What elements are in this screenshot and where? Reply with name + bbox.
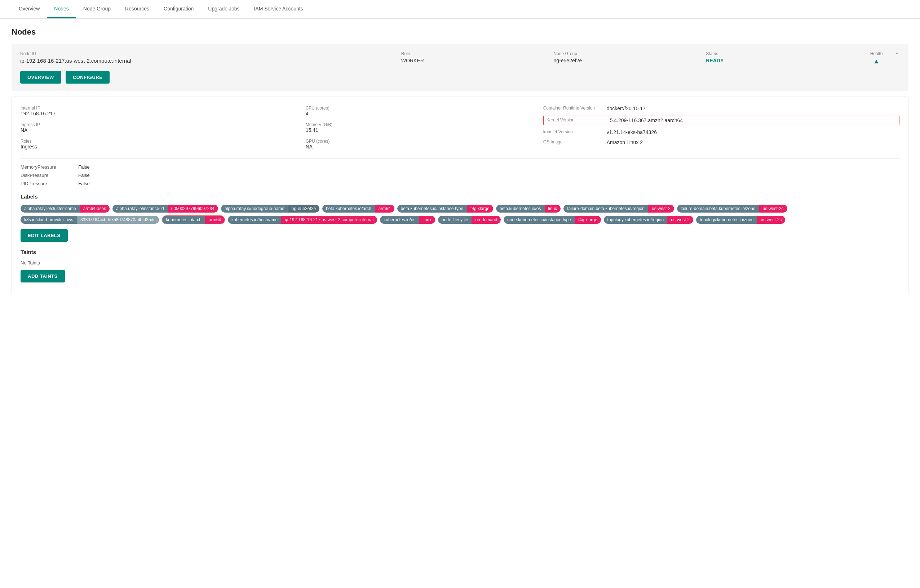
health-icon: ▲ <box>858 58 894 65</box>
os-image-row: OS Image Amazon Linux 2 <box>543 139 899 145</box>
list-item: kubernetes.io/arch arm64 <box>162 215 225 224</box>
list-item: failure-domain.beta.kubernetes.io/region… <box>564 205 674 213</box>
ingress-ip-row: Ingress IP NA <box>21 122 306 133</box>
collapse-button[interactable]: ⌃ <box>894 51 900 59</box>
labels-section: Labels alpha.rafay.io/cluster-name arm64… <box>21 194 899 242</box>
role-label: Role <box>401 51 554 56</box>
tab-iam-service-accounts[interactable]: IAM Service Accounts <box>246 0 310 18</box>
roles-row: Roles Ingress <box>21 139 306 150</box>
tab-node-group[interactable]: Node Group <box>76 0 118 18</box>
list-item: k8s.io/cloud-provider-aws 83307164ccb9e7… <box>21 215 159 224</box>
tab-configuration[interactable]: Configuration <box>157 0 201 18</box>
cpu-row: CPU (cores) 4 <box>306 105 543 116</box>
node-id-value: ip-192-168-16-217.us-west-2.compute.inte… <box>20 58 401 64</box>
list-item: alpha.rafay.io/nodegroup-name ng-e5e2ef2… <box>221 205 319 213</box>
list-item: kubernetes.io/os linux <box>380 215 435 224</box>
list-item: node.kubernetes.io/instance-type t4g.xla… <box>504 215 601 224</box>
memory-pressure-row: MemoryPressure False <box>21 164 899 170</box>
container-runtime-row: Container Runtime Version docker://20.10… <box>543 105 899 111</box>
health-label: Health <box>858 51 894 56</box>
add-taints-button[interactable]: ADD TAINTS <box>21 270 65 283</box>
node-group-value: ng-e5e2ef2e <box>554 58 706 63</box>
node-group-label: Node Group <box>554 51 706 56</box>
list-item: failure-domain.beta.kubernetes.io/zone u… <box>677 205 787 213</box>
taints-title: Taints <box>21 249 899 255</box>
top-nav: Overview Nodes Node Group Resources Conf… <box>0 0 920 19</box>
overview-button[interactable]: OVERVIEW <box>20 71 61 84</box>
pressure-section: MemoryPressure False DiskPressure False … <box>21 164 899 186</box>
list-item: topology.kubernetes.io/zone us-west-2c <box>696 215 785 224</box>
list-item: beta.kubernetes.io/os linux <box>496 205 560 213</box>
tab-nodes[interactable]: Nodes <box>47 0 76 18</box>
labels-title: Labels <box>21 194 899 200</box>
tab-resources[interactable]: Resources <box>118 0 157 18</box>
edit-labels-button[interactable]: EDIT LABELS <box>21 229 68 242</box>
no-taints-text: No Taints <box>21 260 899 265</box>
kernel-version-row: Kernel Version 5.4.209-116.367.amzn2.aar… <box>543 116 899 125</box>
details-section: Internal IP 192.168.16.217 Ingress IP NA… <box>11 97 909 294</box>
list-item: alpha.rafay.io/cluster-name arm64-asas <box>21 205 110 213</box>
page-title: Nodes <box>11 27 909 37</box>
list-item: beta.kubernetes.io/arch arm64 <box>322 205 394 213</box>
gpu-row: GPU (cores) NA <box>306 139 543 150</box>
list-item: kubernetes.io/hostname ip-192-168-16-217… <box>228 215 377 224</box>
list-item: topology.kubernetes.io/region us-west-2 <box>604 215 693 224</box>
status-label: Status <box>706 51 858 56</box>
memory-row: Memory (GiB) 15.41 <box>306 122 543 133</box>
node-card: Node ID ip-192-168-16-217.us-west-2.comp… <box>11 44 909 91</box>
status-value: READY <box>706 58 858 63</box>
node-id-label: Node ID <box>20 51 401 56</box>
list-item: node-lifecycle on-demand <box>438 215 501 224</box>
configure-button[interactable]: CONFIGURE <box>66 71 110 84</box>
tab-upgrade-jobs[interactable]: Upgrade Jobs <box>201 0 246 18</box>
list-item: beta.kubernetes.io/instance-type t4g.xla… <box>397 205 493 213</box>
list-item: alpha.rafay.io/instance-id i-05002977996… <box>112 205 218 213</box>
role-value: WORKER <box>401 58 554 63</box>
pid-pressure-row: PIDPressure False <box>21 181 899 186</box>
internal-ip-row: Internal IP 192.168.16.217 <box>21 105 306 116</box>
tab-overview[interactable]: Overview <box>11 0 47 18</box>
labels-container: alpha.rafay.io/cluster-name arm64-asas a… <box>21 205 899 224</box>
taints-section: Taints No Taints ADD TAINTS <box>21 249 899 283</box>
disk-pressure-row: DiskPressure False <box>21 173 899 178</box>
kubelet-version-row: kubelet Version v1.21.14-eks-ba74326 <box>543 129 899 135</box>
